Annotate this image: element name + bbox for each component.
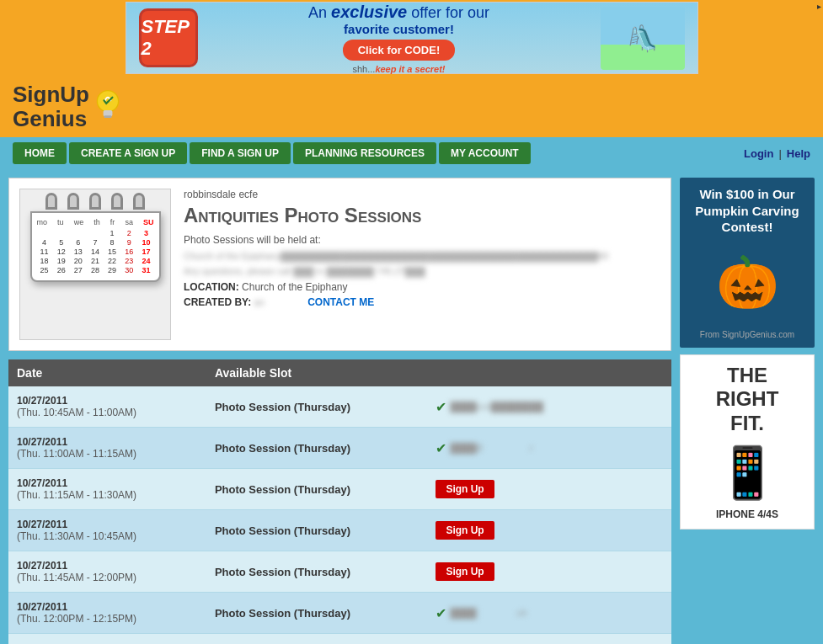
slot-signup-button[interactable]: Sign Up <box>436 562 494 581</box>
nav-right-links: Login | Help <box>744 147 810 160</box>
slot-name: Photo Session (Thursday) <box>215 401 350 413</box>
signup-questions-blurred: Any questions, please call ▓▓▓ m ▓▓▓▓▓▓▓… <box>184 266 660 276</box>
slot-status-cell[interactable]: Sign Up <box>427 551 671 593</box>
slot-signup-button[interactable]: Sign Up <box>436 480 494 498</box>
table-body: 10/27/2011(Thu. 10:45AM - 11:00AM)Photo … <box>8 386 671 644</box>
pumpkin-image: 🎃 <box>692 241 802 325</box>
table-header: Date Available Slot <box>8 359 671 386</box>
date-time: (Thu. 11:45AM - 12:00PM) <box>17 572 198 583</box>
slot-name: Photo Session (Thursday) <box>215 442 350 455</box>
signup-detail-box: mo tu we th fr sa SU - - - - <box>8 178 671 351</box>
table-row: 10/27/2011(Thu. 11:15AM - 11:30AM)Photo … <box>8 469 671 510</box>
date-cell: 10/27/2011(Thu. 11:45AM - 12:00PM) <box>8 551 206 593</box>
nav-find-button[interactable]: FIND A SIGN UP <box>190 142 291 164</box>
date-main: 10/27/2011 <box>17 560 198 572</box>
svg-rect-2 <box>104 115 112 118</box>
created-label: CREATED BY: <box>184 296 251 308</box>
date-cell: 10/27/2011(Thu. 11:15AM - 11:30AM) <box>8 469 206 510</box>
org-name: robbinsdale ecfe <box>184 189 660 200</box>
date-main: 10/27/2011 <box>17 601 198 613</box>
nav-bar: HOME CREATE A SIGN UP FIND A SIGN UP PLA… <box>0 137 823 169</box>
phone-image: 📱 <box>716 443 779 503</box>
lightbulb-icon <box>93 88 123 125</box>
table-row: 10/27/2011(Thu. 11:45AM - 12:00PM)Photo … <box>8 551 671 593</box>
slot-name-cell: Photo Session (Thursday) <box>206 593 427 634</box>
slot-signup-button[interactable]: Sign Up <box>436 521 494 540</box>
slot-status-cell: ✔████B⠀⠀⠀⠀⠀⠀⠀r <box>427 428 671 469</box>
table-row: 10/27/2011(Thu. 11:00AM - 11:15AM)Photo … <box>8 428 671 469</box>
table-row: 10/27/2011(Thu. 11:30AM - 10:45AM)Photo … <box>8 510 671 551</box>
slot-name-cell: Photo Session (Thursday) <box>206 469 427 510</box>
date-time: (Thu. 11:15AM - 11:30AM) <box>17 489 198 501</box>
signup-location: LOCATION: Church of the Epiphany <box>184 281 660 293</box>
right-sidebar: Win $100 in Our Pumpkin Carving Contest!… <box>680 178 815 644</box>
cal-row-5: 25 26 27 28 29 30 31 <box>37 266 154 274</box>
slot-status-cell: ✔████⠀⠀⠀⠀⠀⠀ch⠀⠀⠀⠀⠀⠀⠀⠀⠀ <box>427 593 671 634</box>
cal-row-3: 11 12 13 14 15 16 17 <box>37 247 154 256</box>
nav-account-button[interactable]: MY ACCOUNT <box>439 142 531 164</box>
date-cell: 10/27/2011(Thu. 10:45AM - 11:00AM) <box>8 386 206 428</box>
slot-name-cell: Photo Session (Thursday) <box>206 551 427 593</box>
logo-signup: SignUp <box>13 82 89 107</box>
slots-table: Date Available Slot 10/27/2011(Thu. 10:4… <box>8 359 671 644</box>
checkmark-icon: ✔ <box>436 605 446 621</box>
date-main: 10/27/2011 <box>17 436 198 448</box>
slot-name: Photo Session (Thursday) <box>215 524 350 537</box>
top-ad-banner: ▸ STEP 2 An exclusive offer for our favo… <box>0 0 823 76</box>
signup-description: Photo Sessions will be held at: <box>184 234 660 246</box>
ad-click-button[interactable]: Click for CODE! <box>343 40 456 61</box>
left-column: mo tu we th fr sa SU - - - - <box>8 178 671 644</box>
phone-ad-line1: THE <box>727 364 767 388</box>
col-slot-header: Available Slot <box>206 359 671 386</box>
step2-text: STEP 2 <box>142 16 195 60</box>
site-logo[interactable]: SignUp Genius <box>13 82 123 130</box>
pumpkin-ad[interactable]: Win $100 in Our Pumpkin Carving Contest!… <box>680 178 815 348</box>
logo-genius: Genius <box>13 106 87 131</box>
login-link[interactable]: Login <box>744 147 773 160</box>
step2-logo: STEP 2 <box>139 8 198 67</box>
nav-create-button[interactable]: CREATE A SIGN UP <box>69 142 187 164</box>
slot-status-cell[interactable]: Sign Up <box>427 634 671 644</box>
svg-rect-1 <box>104 110 113 116</box>
slot-status-cell[interactable]: Sign Up <box>427 469 671 510</box>
ad-headline-line1: An exclusive offer for our <box>206 3 592 22</box>
signup-image: mo tu we th fr sa SU - - - - <box>19 189 171 340</box>
header-row: Date Available Slot <box>8 359 671 386</box>
ring-5 <box>133 193 145 210</box>
signup-info: robbinsdale ecfe Antiquities Photo Sessi… <box>184 189 660 340</box>
location-value: Church of the Epiphany <box>242 281 347 293</box>
date-cell: 10/27/2011(Thu. 12:00PM - 12:15PM) <box>8 593 206 634</box>
pumpkin-source: From SignUpGenius.com <box>688 330 806 339</box>
top-ad-content: STEP 2 An exclusive offer for our favori… <box>126 2 698 74</box>
date-time: (Thu. 10:45AM - 11:00AM) <box>17 407 198 418</box>
calendar-header: mo tu we th fr sa SU <box>37 218 154 226</box>
signed-up-indicator: ✔████icm████████ <box>436 399 663 415</box>
signup-church-blurred: Church of the Epiphany▓▓▓▓▓▓▓▓▓▓▓▓▓▓▓▓▓▓… <box>184 251 660 261</box>
nav-home-button[interactable]: HOME <box>13 142 67 164</box>
phone-product: IPHONE 4/4S <box>716 508 778 520</box>
nav-links: HOME CREATE A SIGN UP FIND A SIGN UP PLA… <box>13 142 744 164</box>
slot-name-cell: Photo Session (Thursday) <box>206 634 427 644</box>
phone-ad[interactable]: THE RIGHT FIT. 📱 IPHONE 4/4S <box>680 354 815 530</box>
ad-center-text: An exclusive offer for our favorite cust… <box>198 3 601 74</box>
date-main: 10/27/2011 <box>17 477 198 489</box>
pumpkin-headline: Win $100 in Our Pumpkin Carving Contest! <box>688 186 806 236</box>
signed-name-blurred: ████⠀⠀⠀⠀⠀⠀ch⠀⠀⠀⠀⠀⠀⠀⠀⠀ <box>450 608 587 619</box>
nav-planning-button[interactable]: PLANNING RESOURCES <box>293 142 436 164</box>
slot-status-cell[interactable]: Sign Up <box>427 510 671 551</box>
table-row: 10/27/2011(Thu. 10:45AM - 11:00AM)Photo … <box>8 386 671 428</box>
calendar-rings <box>24 193 167 210</box>
cal-row-4: 18 19 20 21 22 23 24 <box>37 257 154 265</box>
contact-me-link[interactable]: CONTACT ME <box>307 296 374 308</box>
calendar-visual: mo tu we th fr sa SU - - - - <box>24 193 167 336</box>
ad-headline-line2: favorite customer! <box>206 22 592 36</box>
table-row: 10/27/2011(Thu. 12:15PM - 12:30PM)Photo … <box>8 634 671 644</box>
slot-name: Photo Session (Thursday) <box>215 566 350 578</box>
created-by-blurred: an⠀⠀⠀⠀⠀⠀ <box>254 297 305 307</box>
main-content: mo tu we th fr sa SU - - - - <box>0 169 823 644</box>
help-link[interactable]: Help <box>787 147 810 160</box>
phone-ad-line2: RIGHT <box>716 387 779 412</box>
signed-up-indicator: ✔████B⠀⠀⠀⠀⠀⠀⠀r <box>436 440 663 456</box>
cal-row-1: - - - - 1 2 3 <box>37 229 154 237</box>
cal-row-2: 4 5 6 7 8 9 10 <box>37 238 154 247</box>
